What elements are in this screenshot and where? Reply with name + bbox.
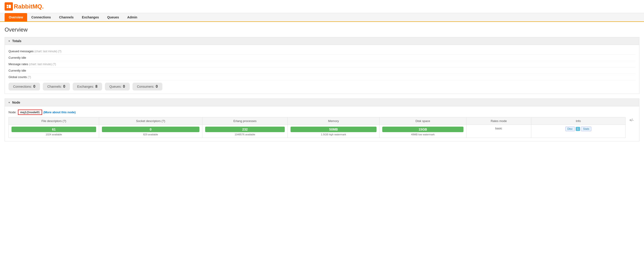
nav-bar: Overview Connections Channels Exchanges …	[0, 13, 644, 22]
node-arrow-icon: ▼	[8, 101, 10, 104]
count-connections: Connections: 0	[8, 83, 40, 91]
th-rates: Rates mode	[466, 117, 531, 125]
nav-item-exchanges[interactable]: Exchanges	[78, 13, 103, 22]
info-cell-content: Disc 1 Stats	[534, 127, 622, 131]
totals-row-global: Global counts (?)	[8, 74, 636, 80]
page-content: Overview ▼ Totals Queued messages (chart…	[0, 22, 644, 151]
socket-desc-sub: 829 available	[102, 133, 200, 136]
totals-section-body: Queued messages (chart: last minute) (?)…	[4, 45, 640, 94]
node-table-wrap: File descriptors (?) Socket descriptors …	[8, 117, 636, 138]
totals-row-queued: Queued messages (chart: last minute) (?)	[8, 48, 636, 55]
queued-messages-label: Queued messages	[8, 50, 34, 53]
count-queues: Queues: 0	[105, 83, 130, 91]
plus-minus-toggle[interactable]: +/-	[628, 117, 636, 123]
cell-rates: basic	[466, 125, 531, 138]
totals-section-header[interactable]: ▼ Totals	[4, 37, 640, 45]
totals-section-label: Totals	[12, 39, 22, 43]
counts-row: Connections: 0 Channels: 0 Exchanges: 8 …	[8, 83, 636, 91]
cell-memory: 50MB 1.5GB high watermark	[288, 125, 379, 138]
th-disk: Disk space	[379, 117, 466, 125]
totals-row-idle2: Currently idle	[8, 68, 636, 74]
table-row: 61 1024 available 0 829 available 232 10…	[9, 125, 626, 138]
file-desc-bar: 61	[12, 127, 96, 132]
queues-label: Queues:	[110, 85, 122, 88]
disk-sub: 48MB low watermark	[382, 133, 464, 136]
node-section-label: Node	[12, 101, 20, 104]
svg-rect-0	[7, 5, 8, 7]
node-table: File descriptors (?) Socket descriptors …	[8, 117, 626, 138]
page-title: Overview	[4, 27, 640, 33]
memory-bar: 50MB	[290, 127, 376, 132]
msg-rates-sub: (chart: last minute) (?)	[29, 63, 56, 66]
rates-mode-value: basic	[495, 127, 502, 130]
totals-row-msgrates: Message rates (chart: last minute) (?)	[8, 61, 636, 68]
info-num-badge: 1	[576, 127, 580, 131]
msg-rates-label: Message rates	[8, 62, 28, 66]
connections-value: 0	[33, 85, 36, 89]
file-desc-sub: 1024 available	[12, 133, 96, 136]
count-channels: Channels: 0	[43, 83, 70, 91]
th-socket-desc: Socket descriptors (?)	[99, 117, 202, 125]
global-counts-help: (?)	[28, 76, 31, 79]
connections-label: Connections:	[13, 85, 32, 88]
idle2-label: Currently idle	[8, 69, 26, 72]
logo-icon	[4, 2, 13, 11]
cell-socket-desc: 0 829 available	[99, 125, 202, 138]
node-prefix: Node:	[8, 111, 16, 114]
totals-section: ▼ Totals Queued messages (chart: last mi…	[4, 37, 640, 94]
nav-item-channels[interactable]: Channels	[55, 13, 78, 22]
th-memory: Memory	[288, 117, 379, 125]
totals-arrow-icon: ▼	[8, 40, 10, 42]
idle1-label: Currently idle	[8, 56, 26, 59]
totals-row-idle1: Currently idle	[8, 55, 636, 61]
logo-bar: RabbitMQ.	[0, 0, 644, 13]
svg-rect-1	[7, 7, 8, 8]
cell-info: Disc 1 Stats	[531, 125, 625, 138]
logo-brand: RabbitMQ	[14, 3, 42, 10]
erlang-sub: 1048576 available	[205, 133, 285, 136]
nav-item-overview[interactable]: Overview	[4, 13, 27, 22]
node-label-row: Node: mq1@node01 (More about this node)	[8, 110, 636, 115]
node-section-body: Node: mq1@node01 (More about this node) …	[4, 106, 640, 141]
cell-disk: 15GB 48MB low watermark	[379, 125, 466, 138]
cell-file-desc: 61 1024 available	[9, 125, 99, 138]
disc-button[interactable]: Disc	[565, 127, 575, 131]
nav-item-connections[interactable]: Connections	[27, 13, 55, 22]
global-counts-label: Global counts	[8, 75, 27, 79]
erlang-bar: 232	[205, 127, 285, 132]
node-section: ▼ Node Node: mq1@node01 (More about this…	[4, 99, 640, 141]
memory-sub: 1.5GB high watermark	[290, 133, 376, 136]
queues-value: 0	[123, 85, 125, 89]
logo-text: RabbitMQ.	[14, 3, 44, 10]
count-exchanges: Exchanges: 8	[73, 83, 102, 91]
th-file-desc: File descriptors (?)	[9, 117, 99, 125]
th-erlang: Erlang processes	[202, 117, 288, 125]
consumers-label: Consumers:	[137, 85, 154, 88]
svg-rect-2	[9, 5, 11, 8]
cell-erlang: 232 1048576 available	[202, 125, 288, 138]
node-name: mq1@node01	[18, 110, 42, 115]
node-section-header[interactable]: ▼ Node	[4, 99, 640, 106]
channels-value: 0	[63, 85, 65, 89]
th-info: Info	[531, 117, 625, 125]
exchanges-label: Exchanges:	[77, 85, 94, 88]
consumers-value: 0	[156, 85, 158, 89]
queued-messages-sub: (chart: last minute) (?)	[34, 50, 62, 53]
more-about-node-link[interactable]: (More about this node)	[44, 111, 76, 114]
nav-item-queues[interactable]: Queues	[103, 13, 123, 22]
disk-bar: 15GB	[382, 127, 464, 132]
channels-label: Channels:	[48, 85, 62, 88]
exchanges-value: 8	[96, 85, 98, 89]
count-consumers: Consumers: 0	[132, 83, 162, 91]
socket-desc-bar: 0	[102, 127, 200, 132]
stats-button[interactable]: Stats	[581, 127, 591, 131]
nav-item-admin[interactable]: Admin	[123, 13, 142, 22]
